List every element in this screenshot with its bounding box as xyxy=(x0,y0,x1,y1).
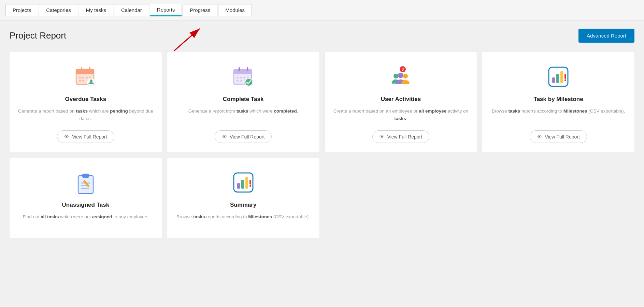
svg-rect-42 xyxy=(81,188,89,189)
svg-rect-47 xyxy=(241,180,244,189)
task-by-milestone-view-report-button[interactable]: 👁 View Full Report xyxy=(530,130,587,143)
svg-point-30 xyxy=(398,73,403,78)
overdue-tasks-icon xyxy=(72,63,99,90)
svg-rect-5 xyxy=(89,67,90,71)
tab-modules[interactable]: Modules xyxy=(218,4,252,16)
card-summary: Summary Browse tasks reports according t… xyxy=(167,158,319,238)
card-user-activities: 3 User Activities Create a report based … xyxy=(325,52,477,152)
tab-progress[interactable]: Progress xyxy=(183,4,217,16)
summary-desc: Browse tasks reports according to Milest… xyxy=(176,213,310,221)
eye-icon: 👁 xyxy=(222,134,227,140)
complete-task-icon xyxy=(230,63,257,90)
svg-rect-48 xyxy=(245,177,248,189)
svg-rect-23 xyxy=(237,80,239,82)
svg-rect-39 xyxy=(82,174,89,178)
empty-card-3 xyxy=(325,158,477,238)
svg-rect-38 xyxy=(78,176,93,193)
svg-point-31 xyxy=(403,74,408,78)
overdue-tasks-title: Overdue Tasks xyxy=(65,96,106,103)
user-activities-view-report-button[interactable]: 👁 View Full Report xyxy=(372,130,429,143)
svg-rect-11 xyxy=(82,80,84,82)
card-complete-task: Complete Task Generate a report from tas… xyxy=(167,52,319,152)
unassigned-task-title: Unassigned Task xyxy=(62,202,110,208)
summary-icon xyxy=(230,169,257,196)
complete-task-desc: Generate a report from tasks which were … xyxy=(188,107,298,122)
svg-rect-35 xyxy=(560,71,563,83)
svg-rect-7 xyxy=(82,77,84,78)
svg-point-37 xyxy=(564,79,566,81)
tab-calendar[interactable]: Calendar xyxy=(114,4,149,16)
tab-my-tasks[interactable]: My tasks xyxy=(79,4,113,16)
svg-rect-3 xyxy=(76,69,94,74)
svg-rect-34 xyxy=(556,74,559,83)
eye-icon: 👁 xyxy=(64,134,69,140)
complete-task-view-report-button[interactable]: 👁 View Full Report xyxy=(215,130,272,143)
svg-rect-18 xyxy=(247,67,248,71)
card-overdue-tasks: Overdue Tasks Generate a report based on… xyxy=(10,52,162,152)
user-activities-desc: Create a report based on an employee or … xyxy=(333,107,469,122)
user-activities-title: User Activities xyxy=(381,96,421,103)
svg-rect-21 xyxy=(243,77,245,78)
svg-rect-8 xyxy=(86,77,88,78)
card-unassigned-task: Unassigned Task Find out all tasks which… xyxy=(10,158,162,238)
svg-point-13 xyxy=(90,79,92,82)
svg-rect-6 xyxy=(79,77,81,78)
svg-rect-20 xyxy=(240,77,242,78)
task-by-milestone-desc: Browse tasks reports according to Milest… xyxy=(492,107,625,122)
overdue-tasks-view-report-button[interactable]: 👁 View Full Report xyxy=(57,130,114,143)
top-navigation: Projects Categories My tasks Calendar Re… xyxy=(0,0,644,20)
page-title: Project Report xyxy=(10,30,66,41)
svg-rect-17 xyxy=(239,67,240,71)
eye-icon: 👁 xyxy=(380,134,385,140)
unassigned-task-desc: Find out all tasks which were not assign… xyxy=(23,213,148,221)
tab-projects[interactable]: Projects xyxy=(5,4,38,16)
tab-categories[interactable]: Categories xyxy=(39,4,78,16)
task-by-milestone-title: Task by Milestone xyxy=(534,96,583,103)
svg-rect-10 xyxy=(79,80,81,82)
card-task-by-milestone: Task by Milestone Browse tasks reports a… xyxy=(482,52,634,152)
svg-point-50 xyxy=(249,185,251,187)
svg-rect-46 xyxy=(237,183,240,189)
svg-rect-19 xyxy=(237,77,239,78)
tab-reports[interactable]: Reports xyxy=(150,4,182,16)
top-cards-grid: Overdue Tasks Generate a report based on… xyxy=(10,52,634,152)
svg-rect-16 xyxy=(234,69,252,74)
summary-title: Summary xyxy=(230,202,256,208)
svg-rect-36 xyxy=(564,74,566,79)
user-activities-icon: 3 xyxy=(387,63,414,90)
svg-rect-4 xyxy=(81,67,82,71)
svg-text:3: 3 xyxy=(402,67,404,71)
complete-task-title: Complete Task xyxy=(223,96,264,103)
eye-icon: 👁 xyxy=(537,134,542,140)
bottom-cards-grid: Unassigned Task Find out all tasks which… xyxy=(10,158,634,238)
svg-point-29 xyxy=(393,74,398,78)
advanced-report-button[interactable]: Advanced Report xyxy=(578,29,634,43)
page-content: Project Report Advanced Report xyxy=(0,20,644,247)
unassigned-task-icon xyxy=(72,169,99,196)
empty-card-4 xyxy=(482,158,634,238)
svg-rect-24 xyxy=(240,80,242,82)
task-by-milestone-icon xyxy=(545,63,572,90)
svg-rect-49 xyxy=(249,180,251,185)
page-header: Project Report Advanced Report xyxy=(10,29,634,43)
svg-rect-33 xyxy=(552,77,555,83)
overdue-tasks-desc: Generate a report based on tasks which a… xyxy=(18,107,154,122)
